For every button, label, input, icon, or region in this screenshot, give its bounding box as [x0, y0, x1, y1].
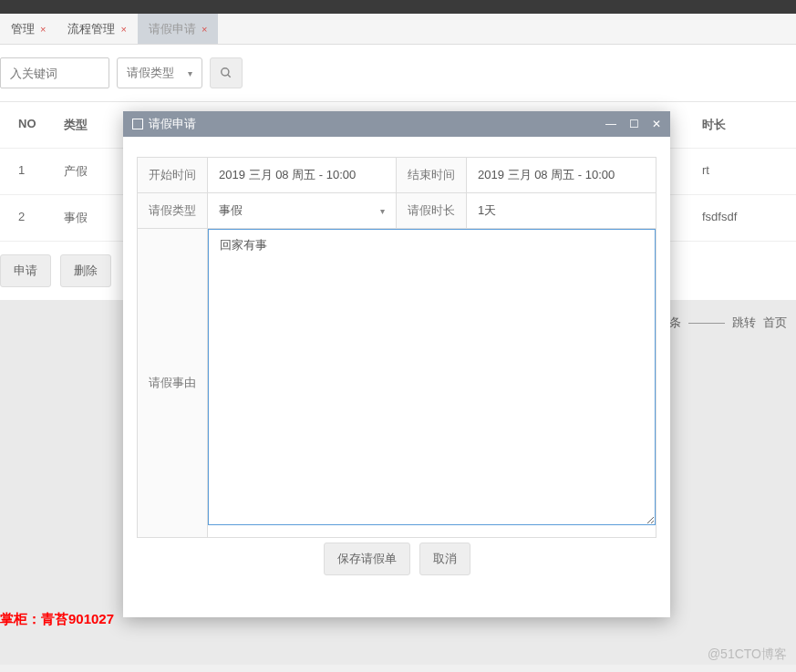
tab-leave-apply[interactable]: 请假申请 × [138, 14, 218, 44]
col-header-no: NO [18, 117, 64, 133]
tabs-bar: 管理 × 流程管理 × 请假申请 × [0, 14, 796, 45]
watermark-grey: @51CTO博客 [708, 646, 787, 663]
cancel-button[interactable]: 取消 [419, 543, 470, 575]
apply-button[interactable]: 申请 [0, 254, 51, 287]
maximize-icon[interactable]: ☐ [629, 118, 639, 130]
first-page-link[interactable]: 首页 [763, 315, 787, 331]
chevron-down-icon: ▾ [380, 206, 385, 216]
chevron-down-icon: ▾ [188, 68, 192, 78]
cell-duration: fsdfsdf [702, 210, 775, 226]
modal-body: 开始时间 2019 三月 08 周五 - 10:00 结束时间 2019 三月 … [123, 137, 670, 617]
type-select[interactable]: 请假类型 ▾ [117, 57, 202, 88]
select-label: 请假类型 [127, 65, 174, 81]
close-icon[interactable]: × [120, 24, 126, 35]
watermark-red: 掌柜：青苔901027 [0, 611, 114, 628]
tab-flow-manage[interactable]: 流程管理 × [57, 14, 137, 44]
leave-type-label: 请假类型 [138, 193, 208, 228]
pagination: 2条 跳转 首页 [663, 315, 787, 331]
modal-header[interactable]: 请假申请 — ☐ ✕ [123, 111, 670, 137]
start-time-field[interactable]: 2019 三月 08 周五 - 10:00 [208, 158, 397, 192]
col-header-duration: 时长 [702, 117, 775, 133]
minimize-icon[interactable]: — [605, 118, 616, 130]
modal-footer: 保存请假单 取消 [137, 537, 656, 597]
tab-label: 流程管理 [67, 21, 115, 37]
document-icon [132, 119, 143, 129]
duration-field[interactable]: 1天 [467, 193, 656, 228]
tab-label: 管理 [11, 21, 35, 37]
cell-duration: rt [702, 163, 775, 180]
end-time-label: 结束时间 [397, 158, 467, 192]
top-bar [0, 0, 796, 14]
svg-point-0 [222, 68, 229, 76]
modal-title: 请假申请 [149, 116, 196, 132]
save-button[interactable]: 保存请假单 [324, 543, 410, 575]
end-time-field[interactable]: 2019 三月 08 周五 - 10:00 [467, 158, 656, 192]
keyword-input[interactable] [0, 57, 109, 88]
filter-area: 请假类型 ▾ [0, 45, 796, 102]
delete-button[interactable]: 删除 [60, 254, 111, 287]
svg-line-1 [228, 75, 231, 78]
leave-modal: 请假申请 — ☐ ✕ 开始时间 2019 三月 08 周五 - 10:00 结束… [123, 111, 670, 617]
search-button[interactable] [210, 57, 243, 88]
start-time-label: 开始时间 [138, 158, 208, 192]
tab-manage[interactable]: 管理 × [0, 14, 57, 44]
page-input-line[interactable] [688, 323, 725, 324]
cell-no: 1 [18, 163, 64, 180]
tab-label: 请假申请 [149, 21, 196, 37]
duration-label: 请假时长 [397, 193, 467, 228]
close-icon[interactable]: × [202, 24, 207, 35]
close-icon[interactable]: ✕ [652, 118, 661, 130]
close-icon[interactable]: × [40, 24, 46, 35]
cell-no: 2 [18, 210, 64, 226]
reason-label: 请假事由 [138, 229, 208, 537]
jump-link[interactable]: 跳转 [732, 315, 756, 331]
reason-textarea[interactable] [208, 229, 656, 525]
search-icon [220, 67, 233, 79]
leave-type-value: 事假 [219, 202, 243, 219]
leave-type-select[interactable]: 事假 ▾ [208, 193, 397, 228]
